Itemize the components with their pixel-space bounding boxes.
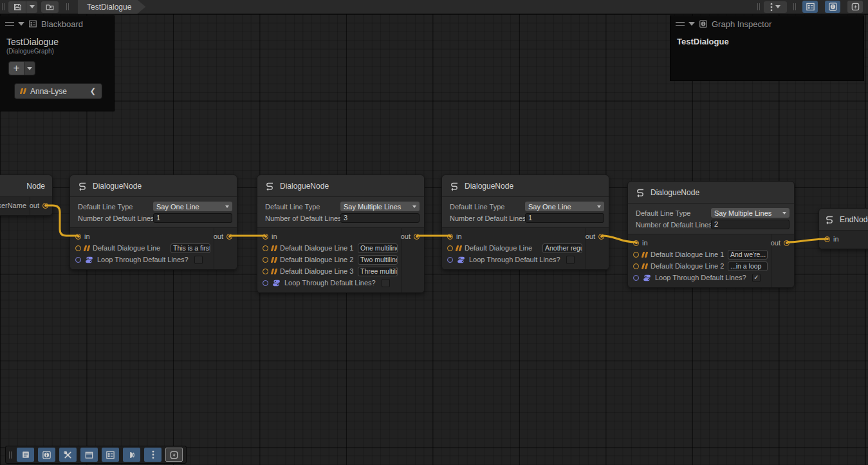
port-label: Loop Through Default Lines? [97, 256, 189, 263]
save-options-button[interactable] [26, 1, 37, 13]
port-label: Default Dialogue Line 2 [651, 262, 724, 270]
collapse-arrow-icon[interactable] [18, 22, 24, 26]
loop-icon [84, 255, 94, 265]
blackboard-field-anna-lyse[interactable]: Anna-Lyse ❮ [14, 83, 102, 99]
inspector-toggle-icon [42, 450, 51, 460]
dropdown-value: Say One Line [156, 203, 199, 211]
dialogue-node-3[interactable]: DialogueNode Default Line Type Say One L… [441, 175, 609, 270]
loop-checkbox[interactable] [194, 256, 203, 264]
show-in-project-button[interactable] [41, 1, 59, 13]
line-type-dropdown[interactable]: Say Multiple Lines [711, 208, 790, 218]
quote-icon [456, 245, 463, 251]
toolbar-separator [793, 3, 796, 10]
transition-icon [127, 450, 136, 460]
preview-toggle-button[interactable] [847, 1, 863, 13]
quote-icon [642, 263, 649, 269]
loop-port[interactable] [75, 257, 81, 263]
drag-handle-icon[interactable] [676, 22, 685, 26]
console-button[interactable] [17, 448, 34, 462]
graph-inspector-panel: Graph Inspector TestDialogue [670, 16, 863, 81]
field-label: Number of Default Lines [265, 214, 340, 222]
loop-port[interactable] [263, 280, 268, 286]
blackboard-toggle-button[interactable] [802, 1, 818, 13]
loop-port[interactable] [633, 275, 639, 281]
dialogue-line-port[interactable] [263, 269, 268, 274]
toolbar-drag-handle[interactable] [2, 3, 5, 10]
quote-icon [642, 252, 649, 258]
save-button[interactable] [8, 1, 26, 13]
graph-inspector-title: Graph Inspector [712, 19, 771, 29]
field-label: Default Line Type [265, 203, 340, 211]
field-label: Number of Default Lines [450, 214, 525, 222]
dropdown-value: Say Multiple Lines [714, 209, 771, 217]
blackboard-icon [28, 19, 37, 28]
dialogue-line-field[interactable]: Another regul [542, 243, 582, 253]
tools-button[interactable] [59, 448, 77, 462]
dialogue-node-icon [77, 181, 88, 191]
line-type-dropdown[interactable]: Say One Line [525, 202, 604, 211]
dialogue-node-1[interactable]: DialogueNode Default Line Type Say One L… [69, 175, 237, 270]
dialogue-line-port[interactable] [633, 263, 639, 269]
line-count-field[interactable]: 2 [711, 220, 790, 229]
chevron-left-icon[interactable]: ❮ [90, 87, 96, 95]
port-label: Default Dialogue Line 3 [280, 267, 353, 275]
chevron-down-icon [412, 205, 416, 208]
dialogue-node-icon [264, 181, 275, 191]
inspector-toggle-button[interactable] [825, 1, 840, 13]
line-type-dropdown[interactable]: Say Multiple Lines [340, 202, 420, 211]
line-type-dropdown[interactable]: Say One Line [153, 202, 232, 211]
port-label: Default Dialogue Line 1 [651, 251, 724, 258]
node-title-label: DialogueNode [465, 182, 513, 191]
loop-checkbox[interactable] [382, 279, 390, 287]
dialogue-line-field[interactable]: One multiline [358, 243, 398, 253]
graph-inspector-selection: TestDialogue [670, 32, 863, 52]
port-label: Loop Through Default Lines? [469, 256, 560, 263]
start-node[interactable]: Node kerName out [0, 175, 53, 216]
graph-tab[interactable]: TestDialogue [78, 0, 145, 14]
line-count-field[interactable]: 1 [153, 213, 232, 223]
transition-button[interactable] [123, 448, 140, 462]
line-count-field[interactable]: 3 [340, 213, 420, 223]
drag-handle-icon[interactable] [5, 22, 14, 26]
dialogue-line-port[interactable] [263, 257, 268, 263]
bottom-toolbar-drag-handle[interactable] [9, 451, 12, 459]
loop-checkbox[interactable] [566, 256, 575, 264]
overflow-menu-button[interactable] [144, 448, 162, 462]
inspector-button[interactable] [38, 448, 55, 462]
dialogue-line-field[interactable]: This is a first [171, 243, 210, 253]
loop-checkbox[interactable] [752, 274, 761, 282]
chevron-down-icon [27, 67, 32, 70]
out-port-label: out [586, 232, 595, 240]
blackboard-header: Blackboard [0, 16, 114, 32]
field-label: Number of Default Lines [78, 214, 153, 222]
overflow-menu-button[interactable] [764, 1, 787, 13]
dialogue-line-field[interactable]: Three multilin [358, 267, 398, 276]
save-icon [13, 3, 22, 12]
dialogue-line-port[interactable] [633, 252, 639, 258]
in-port-label: in [456, 232, 462, 240]
in-port-label: in [642, 239, 648, 247]
collapse-arrow-icon[interactable] [688, 22, 695, 26]
add-variable-button[interactable]: + [8, 61, 24, 75]
start-node-title: Node [26, 182, 45, 191]
preview-toggle-icon [851, 2, 860, 12]
dialogue-line-field[interactable]: Two multiline [358, 255, 398, 265]
add-variable-options-button[interactable] [24, 61, 35, 75]
line-count-field[interactable]: 1 [525, 213, 604, 223]
dropdown-value: Say One Line [528, 203, 571, 211]
port-label: Default Dialogue Line 1 [280, 244, 353, 252]
chevron-down-icon [597, 205, 601, 208]
tools-icon [63, 450, 73, 460]
dialogue-line-field[interactable]: And we're... [728, 250, 768, 260]
blackboard-button[interactable] [102, 448, 119, 462]
end-node[interactable]: EndNode in [818, 208, 868, 249]
dialogue-line-port[interactable] [263, 245, 268, 251]
dialogue-node-4[interactable]: DialogueNode Default Line Type Say Multi… [627, 181, 795, 288]
dialogue-line-port[interactable] [75, 245, 81, 251]
loop-port[interactable] [447, 257, 453, 263]
preview-button[interactable] [165, 448, 183, 462]
dialogue-line-port[interactable] [447, 245, 453, 251]
dialogue-node-2[interactable]: DialogueNode Default Line Type Say Multi… [257, 175, 425, 293]
window-button[interactable] [80, 448, 98, 462]
dialogue-line-field[interactable]: ...in a loop [728, 261, 768, 271]
